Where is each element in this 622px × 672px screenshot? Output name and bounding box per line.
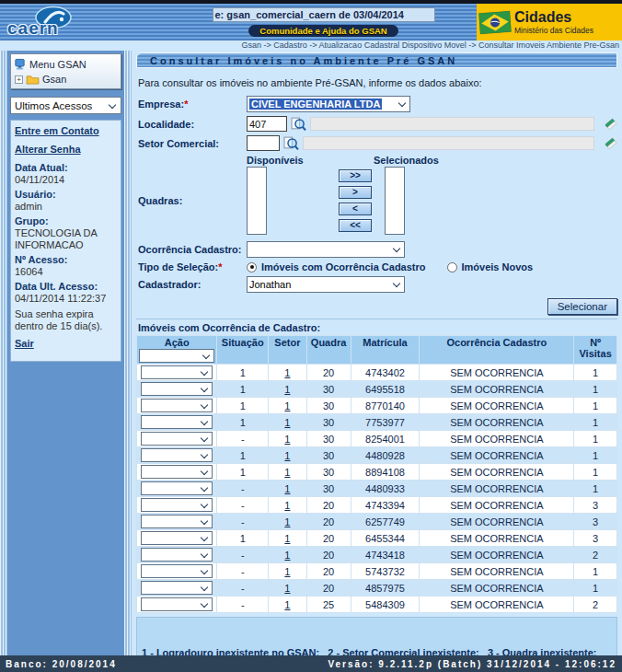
acao-select[interactable] <box>141 531 213 545</box>
menu-header: Menu GSAN <box>14 58 118 71</box>
localidade-erase-icon[interactable] <box>604 117 617 131</box>
acao-select[interactable] <box>141 515 213 528</box>
setor-link[interactable]: 1 <box>284 384 290 395</box>
empresa-select[interactable]: CIVEL ENGENHARIA LTDA <box>247 96 410 112</box>
brazil-flag-icon <box>478 10 512 33</box>
table-header-row: Ação Situação Setor Quadra Matrícula Oco… <box>137 336 617 365</box>
setor-search-icon[interactable] <box>283 135 299 151</box>
move-all-right-button[interactable]: >> <box>339 169 372 182</box>
gsan-help-link[interactable]: Comunidade e Ajuda do GSAN <box>248 25 397 37</box>
setor-link[interactable]: 1 <box>284 450 290 461</box>
ultimos-acessos-select[interactable]: Ultimos Acessos <box>10 97 121 114</box>
situacao-cell: 1 <box>217 530 269 547</box>
setor-row: Setor Comercial: <box>138 135 617 151</box>
acao-select[interactable] <box>141 415 213 429</box>
move-right-button[interactable]: > <box>339 186 372 199</box>
app-header: caern e: gsan_comercial_caern de 03/04/2… <box>0 4 622 41</box>
cadastrador-selected-value: Jonathan <box>249 279 291 290</box>
ocorrencia-label: Ocorrência Cadastro: <box>138 244 247 255</box>
acao-select[interactable] <box>141 581 213 595</box>
acao-header-select[interactable] <box>139 349 214 363</box>
setor-link[interactable]: 1 <box>284 467 290 478</box>
tipo-selecao-radios: Imóveis com Ocorrência Cadastro Imóveis … <box>247 261 549 272</box>
move-all-left-button[interactable]: << <box>339 219 372 232</box>
setor-link[interactable]: 1 <box>284 550 290 561</box>
status-bar: Banco: 20/08/2014 Versão: 9.2.11.2p (Bat… <box>0 655 622 672</box>
setor-link[interactable]: 1 <box>284 483 290 494</box>
localidade-search-icon[interactable] <box>291 116 306 132</box>
expand-plus-icon[interactable]: + <box>15 75 23 84</box>
acao-select[interactable] <box>141 498 213 512</box>
header-ocorrencia: Ocorrência Cadastro <box>420 336 574 365</box>
setor-link[interactable]: 1 <box>284 367 290 378</box>
setor-input[interactable] <box>247 135 280 151</box>
header-situacao: Situação <box>217 336 269 365</box>
ministry-text: Cidades Ministério das Cidades <box>514 10 593 35</box>
selecionar-button[interactable]: Selecionar <box>547 298 617 315</box>
quadra-cell: 30 <box>306 464 351 481</box>
situacao-cell: 1 <box>217 365 269 381</box>
acao-select[interactable] <box>141 399 213 412</box>
contact-link[interactable]: Entre em Contato <box>15 125 117 137</box>
radio-imoveis-ocorrencia[interactable] <box>247 262 257 272</box>
tipo-selecao-label: Tipo de Seleção:* <box>138 261 247 272</box>
acao-select[interactable] <box>141 548 213 562</box>
setor-erase-icon[interactable] <box>604 136 617 150</box>
matricula-cell: 4857975 <box>351 580 420 597</box>
setor-link[interactable]: 1 <box>284 599 290 610</box>
acao-select[interactable] <box>141 481 213 495</box>
info-label: Nº Acesso: <box>15 254 117 266</box>
quadras-selecionados-listbox[interactable] <box>385 167 405 235</box>
setor-link[interactable]: 1 <box>284 566 290 577</box>
header-visitas: Nº Visitas <box>574 336 617 365</box>
table-body: 1 1 20 4743402 SEM OCORRENCIA 1 1 1 <box>137 365 617 613</box>
empresa-row: Empresa:* CIVEL ENGENHARIA LTDA <box>138 96 617 112</box>
quadras-disponiveis-listbox[interactable] <box>247 167 267 235</box>
setor-link[interactable]: 1 <box>284 434 290 445</box>
chevron-down-icon <box>201 550 208 557</box>
acao-select[interactable] <box>141 597 213 611</box>
chevron-down-icon <box>201 583 208 590</box>
situacao-cell: 1 <box>217 447 269 464</box>
visitas-cell: 1 <box>574 447 617 464</box>
ocorrencia-cell: SEM OCORRENCIA <box>420 414 574 431</box>
acao-select[interactable] <box>141 365 213 379</box>
setor-link[interactable]: 1 <box>284 533 290 544</box>
acao-select[interactable] <box>141 382 213 396</box>
move-left-button[interactable]: < <box>339 203 372 215</box>
acao-select[interactable] <box>141 564 213 578</box>
setor-link[interactable]: 1 <box>284 400 290 411</box>
info-label: Usuário: <box>15 189 117 201</box>
setor-link[interactable]: 1 <box>284 417 290 428</box>
ocorrencia-cell: SEM OCORRENCIA <box>420 398 574 414</box>
radio-imoveis-novos[interactable] <box>447 262 457 272</box>
ocorrencia-cell: SEM OCORRENCIA <box>420 464 574 481</box>
table-row: 1 1 30 6495518 SEM OCORRENCIA 1 <box>137 381 617 398</box>
ocorrencia-select[interactable] <box>247 241 405 258</box>
visitas-cell: 1 <box>574 365 617 381</box>
chevron-down-icon <box>201 599 208 607</box>
quadra-cell: 30 <box>306 398 351 414</box>
sidebar-item-gsan[interactable]: + Gsan <box>14 74 118 85</box>
setor-link[interactable]: 1 <box>284 500 290 511</box>
logout-link[interactable]: Sair <box>15 338 117 350</box>
matricula-cell: 8770140 <box>351 398 420 414</box>
chevron-down-icon <box>201 516 208 524</box>
ocorrencia-cell: SEM OCORRENCIA <box>420 547 574 563</box>
acao-select[interactable] <box>141 432 213 446</box>
cadastrador-select[interactable]: Jonathan <box>247 276 405 293</box>
radio-imoveis-ocorrencia-label: Imóveis com Ocorrência Cadastro <box>261 261 426 272</box>
database-info-box: e: gsan_comercial_caern de 03/04/2014 <box>213 7 435 22</box>
transfer-buttons: >> > < << <box>339 169 372 232</box>
change-password-link[interactable]: Alterar Senha <box>15 144 117 156</box>
setor-link[interactable]: 1 <box>284 583 290 594</box>
localidade-input[interactable] <box>247 116 287 132</box>
selecionar-row: Selecionar <box>136 298 617 315</box>
tree-item-label: Gsan <box>42 74 66 85</box>
acao-select[interactable] <box>141 465 213 479</box>
chevron-down-icon <box>201 400 208 408</box>
setor-link[interactable]: 1 <box>284 516 290 527</box>
ocorrencia-cell: SEM OCORRENCIA <box>420 530 574 547</box>
chevron-down-icon <box>201 384 208 391</box>
acao-select[interactable] <box>141 448 213 462</box>
